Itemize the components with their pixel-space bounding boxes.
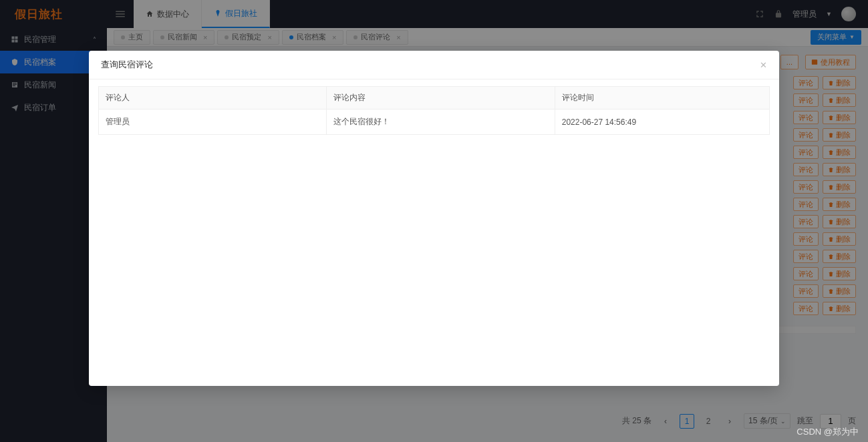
close-icon[interactable]: ✕	[760, 60, 767, 70]
cell-content: 这个民宿很好！	[327, 109, 555, 135]
col-time: 评论时间	[555, 87, 769, 109]
table-row: 管理员这个民宿很好！2022-06-27 14:56:49	[99, 109, 770, 135]
cell-time: 2022-06-27 14:56:49	[555, 109, 769, 135]
comments-table: 评论人 评论内容 评论时间 管理员这个民宿很好！2022-06-27 14:56…	[98, 86, 770, 135]
col-content: 评论内容	[327, 87, 555, 109]
watermark: CSDN @郑为中	[797, 426, 859, 438]
col-user: 评论人	[99, 87, 327, 109]
modal-title: 查询民宿评论	[101, 59, 153, 71]
cell-user: 管理员	[99, 109, 327, 135]
comments-modal: 查询民宿评论 ✕ 评论人 评论内容 评论时间 管理员这个民宿很好！2022-06…	[89, 51, 779, 386]
